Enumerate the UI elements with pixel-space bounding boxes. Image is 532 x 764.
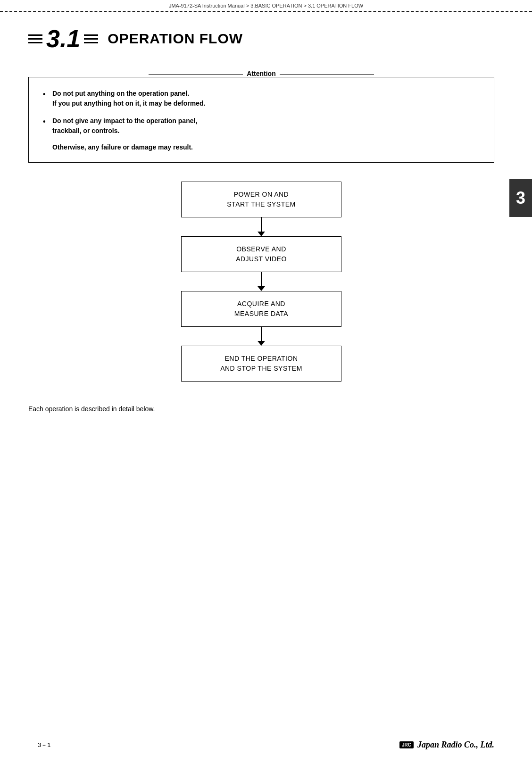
jrc-badge: JRC: [399, 741, 414, 748]
flow-arrow-2: [258, 272, 265, 291]
heading-line-3: [28, 42, 42, 43]
page-number: 3－1: [38, 741, 50, 749]
company-name: Japan Radio Co., Ltd.: [417, 740, 494, 750]
flow-step-1: POWER ON ANDSTART THE SYSTEM: [181, 182, 341, 217]
footer-description: Each operation is described in detail be…: [28, 405, 494, 413]
attention-container: Attention Do not put anything on the ope…: [28, 70, 494, 163]
flow-arrow-1: [258, 217, 265, 236]
attention-box: Do not put anything on the operation pan…: [28, 77, 494, 163]
flow-step-4: END THE OPERATIONAND STOP THE SYSTEM: [181, 346, 341, 382]
arrow-head-2: [258, 286, 265, 291]
heading-line-r2: [84, 38, 98, 40]
section-number-lines: [28, 34, 42, 43]
section-number-lines-right: [84, 34, 98, 43]
arrow-head-3: [258, 341, 265, 346]
heading-line-2: [28, 38, 42, 40]
flow-diagram: POWER ON ANDSTART THE SYSTEM OBSERVE AND…: [172, 182, 351, 382]
flow-step-3: ACQUIRE ANDMEASURE DATA: [181, 291, 341, 327]
flow-arrow-3: [258, 327, 265, 346]
arrow-line-3: [261, 327, 262, 341]
attention-item-2: Do not give any impact to the operation …: [43, 116, 480, 136]
arrow-head-1: [258, 232, 265, 236]
attention-item-2-text: Do not give any impact to the operation …: [52, 117, 197, 134]
attention-item-1: Do not put anything on the operation pan…: [43, 89, 480, 108]
heading-line-r3: [84, 42, 98, 43]
heading-line-r1: [84, 34, 98, 36]
section-title: OPERATION FLOW: [108, 31, 243, 47]
main-content: 3.1 OPERATION FLOW Attention Do not put …: [0, 12, 532, 432]
flow-step-2: OBSERVE ANDADJUST VIDEO: [181, 236, 341, 272]
heading-line-1: [28, 34, 42, 36]
section-number: 3.1: [44, 26, 82, 51]
attention-label: Attention: [28, 70, 494, 77]
arrow-line-1: [261, 217, 262, 232]
section-heading: 3.1 OPERATION FLOW: [28, 26, 494, 51]
section-number-block: 3.1: [28, 26, 98, 51]
company-logo: JRC Japan Radio Co., Ltd.: [399, 740, 494, 750]
attention-list: Do not put anything on the operation pan…: [43, 89, 480, 136]
breadcrumb: JMA-9172-SA Instruction Manual > 3.BASIC…: [0, 0, 532, 11]
page-footer: 3－1 JRC Japan Radio Co., Ltd.: [0, 740, 532, 750]
attention-indent-text: Otherwise, any failure or damage may res…: [43, 143, 480, 151]
arrow-line-2: [261, 272, 262, 286]
attention-item-1-text: Do not put anything on the operation pan…: [52, 90, 205, 107]
